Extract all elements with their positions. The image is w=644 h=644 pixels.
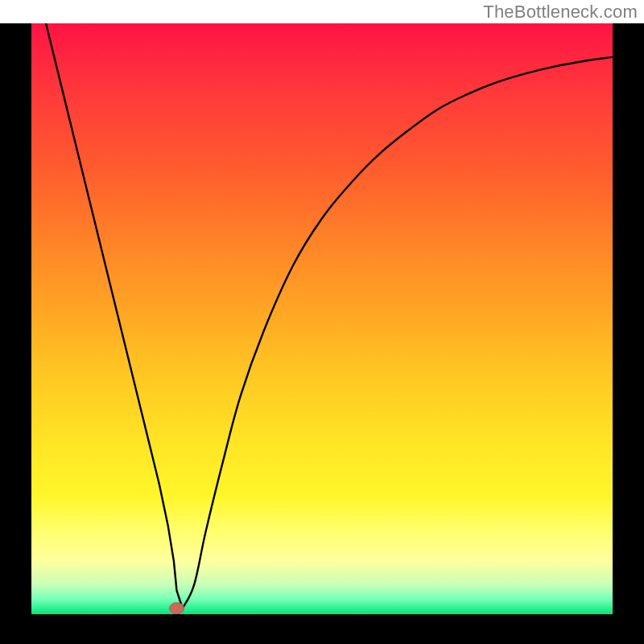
optimal-point-marker <box>170 603 184 614</box>
attribution-label: TheBottleneck.com <box>483 2 638 23</box>
frame-left <box>0 23 31 644</box>
frame-right <box>613 23 644 644</box>
frame-bottom <box>0 614 644 644</box>
bottleneck-chart <box>0 0 644 644</box>
